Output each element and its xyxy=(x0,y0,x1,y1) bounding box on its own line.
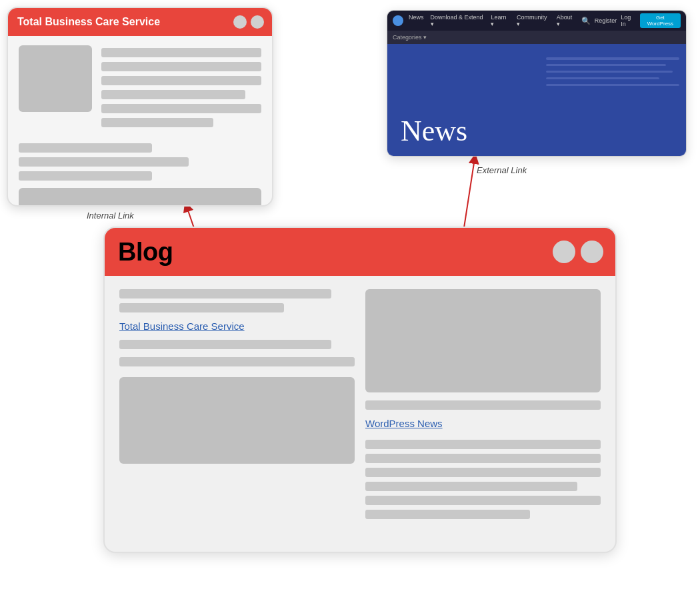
internal-link-label: Internal Link xyxy=(87,211,134,221)
ext-nav-right: 🔍 Register Log In Get WordPress xyxy=(581,13,681,28)
svg-rect-6 xyxy=(546,84,679,86)
blog-left-col: Total Business Care Service xyxy=(119,289,355,538)
bar xyxy=(19,171,152,181)
nav-item-learn: Learn ▾ xyxy=(491,14,510,27)
internal-link[interactable]: Total Business Care Service xyxy=(119,320,355,332)
blog-left-img xyxy=(119,377,355,464)
bar xyxy=(365,496,601,505)
blog-right-top-img xyxy=(365,289,601,392)
internal-bottom-img xyxy=(19,188,261,207)
search-icon[interactable]: 🔍 xyxy=(581,17,591,25)
bar xyxy=(119,340,331,349)
bar xyxy=(365,468,601,477)
internal-window-controls xyxy=(233,15,264,29)
blog-titlebar: Blog xyxy=(105,228,615,276)
internal-link-window: Total Business Care Service xyxy=(7,7,273,207)
internal-bottom xyxy=(8,143,272,207)
internal-win-btn-1[interactable] xyxy=(233,15,247,29)
nav-item-news: News xyxy=(409,14,424,27)
blog-window-title: Blog xyxy=(118,238,173,267)
external-link-label: External Link xyxy=(477,165,527,175)
blog-right-col: WordPress News xyxy=(365,289,601,538)
internal-right-bars xyxy=(101,45,261,127)
bar xyxy=(119,357,355,366)
bar xyxy=(365,400,601,410)
bar xyxy=(365,482,577,491)
internal-img-placeholder xyxy=(19,45,92,112)
nav-login: Log In xyxy=(621,14,636,27)
bar xyxy=(101,118,213,127)
nav-register: Register xyxy=(595,17,617,24)
bar xyxy=(101,48,261,57)
bar xyxy=(365,440,601,449)
ext-nav-items: News Download & Extend ▾ Learn ▾ Communi… xyxy=(409,14,576,27)
svg-rect-3 xyxy=(546,64,666,66)
blog-win-btn-2[interactable] xyxy=(581,241,603,263)
internal-win-btn-2[interactable] xyxy=(251,15,264,29)
ext-hero: News xyxy=(387,44,686,157)
svg-rect-4 xyxy=(546,71,673,73)
nav-item-community: Community ▾ xyxy=(517,14,550,27)
blog-left-top-bars xyxy=(119,289,355,312)
get-wordpress-button[interactable]: Get WordPress xyxy=(640,13,681,28)
blog-window-controls xyxy=(553,241,603,263)
bar xyxy=(101,90,245,99)
blog-content: Total Business Care Service WordPress Ne… xyxy=(105,276,615,552)
bar xyxy=(365,510,530,519)
categories-label: Categories ▾ xyxy=(393,34,427,41)
internal-content xyxy=(8,36,272,137)
bar xyxy=(19,157,189,167)
internal-titlebar: Total Business Care Service xyxy=(8,8,272,36)
blog-right-bars xyxy=(365,440,601,519)
svg-rect-2 xyxy=(546,57,679,60)
wordpress-logo xyxy=(393,15,403,26)
ext-categories-bar: Categories ▾ xyxy=(387,31,686,44)
blog-window: Blog Total Business Care Service WordPre… xyxy=(103,227,617,553)
internal-window-title: Total Business Care Service xyxy=(17,16,160,28)
bar xyxy=(101,104,261,113)
bar xyxy=(101,76,261,85)
ext-navbar: News Download & Extend ▾ Learn ▾ Communi… xyxy=(387,11,686,31)
bar xyxy=(119,289,331,298)
blog-win-btn-1[interactable] xyxy=(553,241,575,263)
bar xyxy=(365,454,601,463)
svg-rect-5 xyxy=(546,77,659,79)
external-link-window: News Download & Extend ▾ Learn ▾ Communi… xyxy=(387,10,687,157)
bar xyxy=(119,303,284,312)
nav-item-download: Download & Extend ▾ xyxy=(431,14,485,27)
nav-item-about: About ▾ xyxy=(557,14,576,27)
bar xyxy=(101,62,261,71)
ext-hero-title: News xyxy=(401,114,467,148)
hero-pattern xyxy=(546,51,679,104)
bar xyxy=(19,143,152,153)
external-link[interactable]: WordPress News xyxy=(365,418,601,429)
